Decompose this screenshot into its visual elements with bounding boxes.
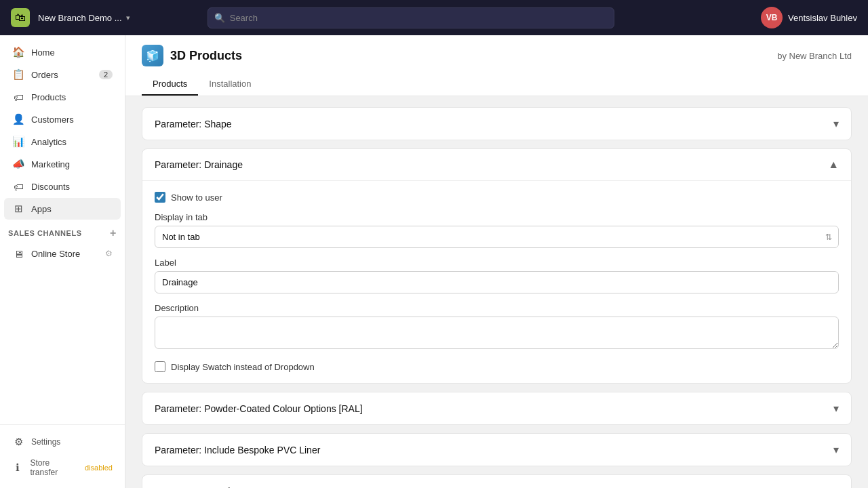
online-store-settings-icon[interactable]: ⚙	[105, 249, 113, 258]
param-chevron-shape: ▾	[833, 117, 839, 130]
sidebar-item-apps[interactable]: ⊞ Apps	[4, 198, 121, 220]
tab-installation[interactable]: Installation	[198, 73, 262, 96]
param-header-shape[interactable]: Parameter: Shape ▾	[142, 108, 851, 140]
search-icon: 🔍	[214, 13, 225, 23]
description-group: Description	[155, 303, 839, 352]
app-title-text: 3D Products	[170, 49, 242, 63]
apps-icon: ⊞	[12, 203, 24, 215]
products-icon: 🏷	[12, 91, 24, 103]
sidebar-label-home: Home	[31, 47, 55, 58]
main-layout: 🏠 Home 📋 Orders 2 🏷 Products 👤 Customers…	[0, 35, 868, 488]
param-header-bespoke[interactable]: Parameter: Include Bespoke PVC Liner ▾	[142, 434, 851, 466]
marketing-icon: 📣	[12, 158, 24, 170]
orders-badge: 2	[99, 70, 113, 79]
home-icon: 🏠	[12, 46, 24, 58]
sidebar-item-settings[interactable]: ⚙ Settings	[4, 431, 121, 453]
store-name: New Branch Demo ...	[38, 13, 122, 23]
app-title-row: 🧊 3D Products by New Branch Ltd	[142, 45, 852, 66]
main-content: 🧊 3D Products by New Branch Ltd Products…	[125, 35, 868, 488]
display-swatch-checkbox[interactable]	[155, 361, 165, 372]
sidebar-label-online-store: Online Store	[31, 249, 80, 259]
sidebar-label-discounts: Discounts	[31, 182, 70, 192]
tab-products[interactable]: Products	[142, 73, 198, 96]
sidebar-item-home[interactable]: 🏠 Home	[4, 41, 121, 63]
app-title: 🧊 3D Products	[142, 45, 242, 66]
sidebar-item-analytics[interactable]: 📊 Analytics	[4, 131, 121, 152]
search-input[interactable]	[208, 7, 614, 28]
sidebar-label-settings: Settings	[31, 437, 60, 447]
store-transfer-status: disabled	[85, 464, 113, 472]
sales-channels-header: SALES CHANNELS +	[0, 220, 125, 242]
sales-channels-label: SALES CHANNELS	[8, 229, 82, 237]
sidebar-nav: 🏠 Home 📋 Orders 2 🏷 Products 👤 Customers…	[0, 35, 125, 424]
label-field-input[interactable]	[155, 271, 839, 293]
tabs: Products Installation	[142, 73, 852, 96]
store-chevron-icon: ▾	[126, 14, 130, 22]
param-chevron-bespoke: ▾	[833, 443, 839, 456]
display-swatch-label: Display Swatch instead of Dropdown	[171, 362, 315, 372]
customers-icon: 👤	[12, 113, 24, 125]
param-title-shape: Parameter: Shape	[155, 119, 232, 129]
sidebar-bottom: ⚙ Settings ℹ Store transfer disabled	[0, 424, 125, 488]
online-store-icon: 🖥	[12, 247, 24, 260]
store-transfer-icon: ℹ	[12, 462, 23, 474]
show-to-user-checkbox-row[interactable]: Show to user	[155, 192, 839, 203]
app-icon: 🧊	[142, 45, 163, 66]
sidebar-item-products[interactable]: 🏷 Products	[4, 86, 121, 108]
shopify-logo: 🛍	[11, 8, 30, 27]
sidebar-item-orders[interactable]: 📋 Orders 2	[4, 64, 121, 85]
param-title-drainage: Parameter: Drainage	[155, 159, 243, 170]
app-header: 🧊 3D Products by New Branch Ltd Products…	[125, 35, 868, 96]
parameters-content: Parameter: Shape ▾ Parameter: Drainage ▲…	[125, 96, 868, 488]
sidebar-item-discounts[interactable]: 🏷 Discounts	[4, 176, 121, 197]
param-header-drainage[interactable]: Parameter: Drainage ▲	[142, 149, 851, 180]
sidebar-label-apps: Apps	[31, 204, 52, 214]
search-wrapper: 🔍	[208, 7, 614, 28]
param-card-drainage: Parameter: Drainage ▲ Show to user Displ…	[142, 148, 852, 384]
sidebar-item-online-store[interactable]: 🖥 Online Store ⚙	[4, 243, 121, 264]
sidebar-label-orders: Orders	[31, 70, 58, 80]
app-by-text: by New Branch Ltd	[777, 51, 852, 61]
description-label: Description	[155, 303, 839, 313]
display-in-tab-select[interactable]: Not in tab Tab 1 Tab 2	[155, 226, 839, 248]
param-card-bespoke: Parameter: Include Bespoke PVC Liner ▾	[142, 433, 852, 466]
param-chevron-drainage: ▲	[828, 159, 839, 171]
display-swatch-checkbox-row[interactable]: Display Swatch instead of Dropdown	[155, 361, 839, 372]
display-in-tab-group: Display in tab Not in tab Tab 1 Tab 2	[155, 212, 839, 248]
store-transfer-label: Store transfer	[30, 458, 75, 477]
sidebar-label-products: Products	[31, 92, 66, 102]
display-in-tab-label: Display in tab	[155, 212, 839, 222]
user-name: Ventsislav Buhlev	[788, 13, 857, 23]
settings-icon: ⚙	[12, 436, 24, 448]
param-header-powder[interactable]: Parameter: Powder-Coated Colour Options …	[142, 392, 851, 424]
orders-icon: 📋	[12, 68, 24, 81]
description-textarea[interactable]	[155, 317, 839, 349]
add-sales-channel-button[interactable]: +	[110, 227, 117, 239]
avatar: VB	[761, 7, 783, 28]
param-chevron-powder: ▾	[833, 402, 839, 415]
discounts-icon: 🏷	[12, 180, 24, 192]
search-area: 🔍	[208, 7, 614, 28]
sidebar-item-marketing[interactable]: 📣 Marketing	[4, 153, 121, 175]
sidebar-item-customers[interactable]: 👤 Customers	[4, 108, 121, 130]
param-title-bespoke: Parameter: Include Bespoke PVC Liner	[155, 445, 320, 455]
sidebar-label-analytics: Analytics	[31, 137, 66, 147]
analytics-icon: 📊	[12, 136, 24, 148]
param-title-length: Parameter: Length	[155, 486, 233, 489]
show-to-user-label: Show to user	[171, 192, 222, 203]
sidebar-label-customers: Customers	[31, 115, 74, 125]
label-field-label: Label	[155, 258, 839, 268]
sidebar-item-store-transfer[interactable]: ℹ Store transfer disabled	[4, 453, 121, 482]
label-field-group: Label	[155, 258, 839, 293]
param-card-powder: Parameter: Powder-Coated Colour Options …	[142, 392, 852, 425]
store-selector[interactable]: New Branch Demo ... ▾	[38, 13, 130, 23]
param-header-length[interactable]: Parameter: Length ▾	[142, 475, 851, 488]
top-navigation: 🛍 New Branch Demo ... ▾ 🔍 VB Ventsislav …	[0, 0, 868, 35]
param-card-length: Parameter: Length ▾	[142, 474, 852, 488]
show-to-user-checkbox[interactable]	[155, 192, 165, 203]
param-body-drainage: Show to user Display in tab Not in tab T…	[142, 180, 851, 383]
display-in-tab-select-wrapper: Not in tab Tab 1 Tab 2	[155, 226, 839, 248]
user-menu[interactable]: VB Ventsislav Buhlev	[761, 7, 857, 28]
param-chevron-length: ▾	[833, 485, 839, 488]
sidebar: 🏠 Home 📋 Orders 2 🏷 Products 👤 Customers…	[0, 35, 125, 488]
